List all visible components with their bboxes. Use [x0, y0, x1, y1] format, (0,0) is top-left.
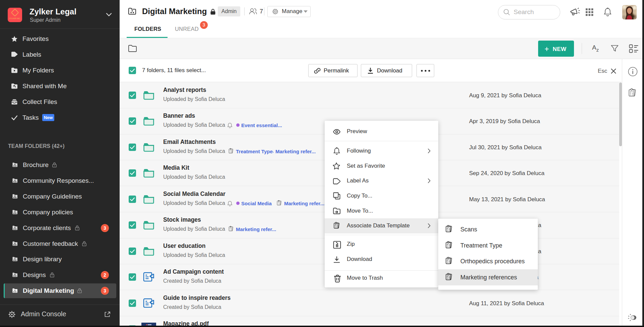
svg-text:ZYLKER INC.: ZYLKER INC.	[9, 17, 21, 19]
